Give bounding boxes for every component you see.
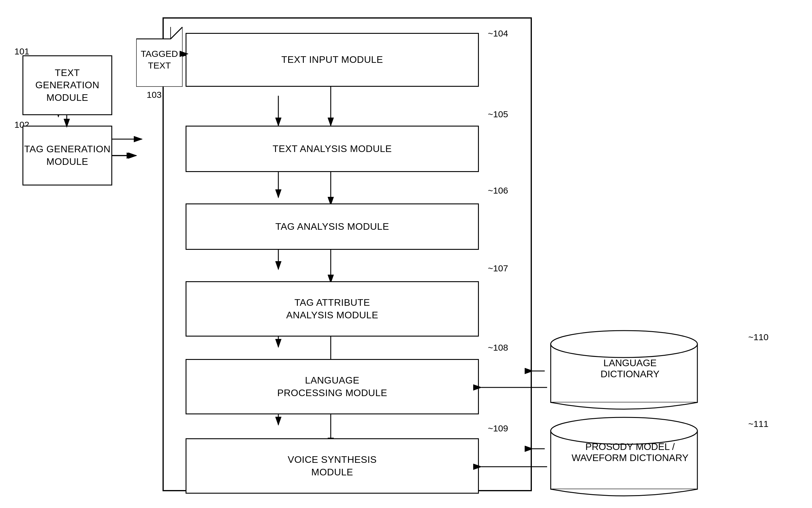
ref-101-label: 101 <box>14 46 29 56</box>
diagram: 101 TEXT GENERATION MODULE 102 TAG GENER… <box>0 0 812 508</box>
svg-rect-2 <box>163 18 531 491</box>
ref-108-label: ~108 <box>488 343 508 353</box>
ref-109-label: ~109 <box>488 423 508 433</box>
ref-103-label: 103 <box>147 90 162 100</box>
tag-analysis-module: TAG ANALYSIS MODULE <box>186 204 479 250</box>
voice-synthesis-module: VOICE SYNTHESIS MODULE <box>186 438 479 494</box>
tag-attribute-analysis-module: TAG ATTRIBUTE ANALYSIS MODULE <box>186 281 479 337</box>
language-dictionary: LANGUAGE DICTIONARY <box>548 329 712 413</box>
prosody-model: PROSODY MODEL / WAVEFORM DICTIONARY <box>548 416 712 500</box>
tagged-text-document: TAGGED TEXT <box>136 27 182 88</box>
ref-107-label: ~107 <box>488 263 508 273</box>
text-generation-module: TEXT GENERATION MODULE <box>23 55 112 115</box>
svg-point-31 <box>551 331 697 357</box>
ref-111-label: ~111 <box>748 419 769 429</box>
tag-generation-module: TAG GENERATION MODULE <box>23 126 112 185</box>
ref-104-label: ~104 <box>488 29 508 39</box>
language-processing-module: LANGUAGE PROCESSING MODULE <box>186 359 479 414</box>
svg-point-35 <box>551 417 697 444</box>
ref-105-label: ~105 <box>488 109 508 119</box>
text-analysis-module: TEXT ANALYSIS MODULE <box>186 126 479 172</box>
ref-106-label: ~106 <box>488 185 508 196</box>
text-input-module: TEXT INPUT MODULE <box>186 33 479 87</box>
ref-110-label: ~110 <box>748 332 769 342</box>
